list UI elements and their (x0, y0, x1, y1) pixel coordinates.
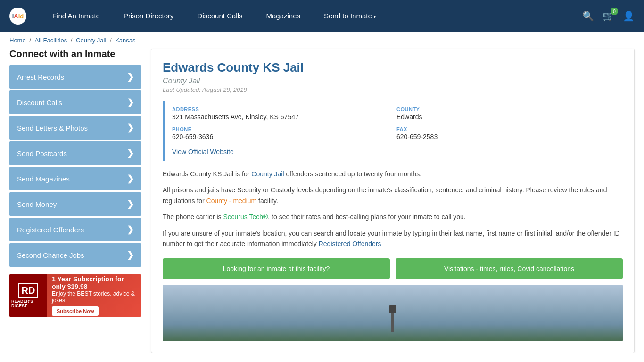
nav-discount-calls[interactable]: Discount Calls (186, 0, 255, 32)
facility-updated: Last Updated: August 29, 2019 (163, 86, 623, 93)
rd-logo: Rd (18, 283, 39, 298)
facility-image (163, 285, 623, 341)
facility-type: County Jail (163, 77, 623, 85)
chevron-right-icon: ❯ (127, 97, 134, 107)
sidebar-item-label: Second Chance Jobs (17, 251, 84, 259)
sidebar-item-arrest-records[interactable]: Arrest Records ❯ (9, 65, 141, 89)
phone-value: 620-659-3636 (172, 133, 391, 140)
sidebar-item-label: Send Letters & Photos (17, 124, 88, 132)
sidebar-item-second-chance-jobs[interactable]: Second Chance Jobs ❯ (9, 243, 141, 267)
county-block: COUNTY Edwards (396, 107, 615, 121)
sidebar-item-discount-calls[interactable]: Discount Calls ❯ (9, 90, 141, 114)
ad-tagline: Enjoy the BEST stories, advice & jokes! (52, 290, 137, 304)
nav-magazines[interactable]: Magazines (254, 0, 312, 32)
cart-badge: 0 (611, 8, 618, 15)
facility-name: Edwards County KS Jail (163, 60, 623, 75)
sidebar-item-label: Send Postcards (17, 149, 67, 157)
view-website-link[interactable]: View Official Website (172, 148, 234, 156)
phone-block: PHONE 620-659-3636 (172, 126, 391, 140)
ad-content: 1 Year Subscription for only $19.98 Enjo… (47, 274, 141, 317)
main-layout: Connect with an Inmate Arrest Records ❯ … (0, 49, 644, 353)
facility-card: Edwards County KS Jail County Jail Last … (151, 49, 635, 353)
sidebar-item-label: Arrest Records (17, 73, 64, 81)
chevron-right-icon: ❯ (127, 148, 134, 158)
sidebar-menu: Arrest Records ❯ Discount Calls ❯ Send L… (9, 65, 141, 267)
desc-para-4: If you are unsure of your inmate's locat… (163, 228, 623, 249)
registered-offenders-link[interactable]: Registered Offenders (319, 240, 381, 247)
chevron-right-icon: ❯ (127, 250, 134, 260)
county-label: COUNTY (396, 107, 615, 112)
sidebar-item-send-magazines[interactable]: Send Magazines ❯ (9, 167, 141, 190)
sidebar-item-label: Send Magazines (17, 175, 70, 183)
sidebar-item-label: Registered Offenders (17, 226, 84, 234)
breadcrumb: Home / All Facilities / County Jail / Ka… (0, 32, 644, 49)
breadcrumb-all-facilities[interactable]: All Facilities (35, 37, 67, 44)
county-medium-link[interactable]: County - medium (206, 197, 257, 205)
ad-brand-left: Rd READER'S DIGEST (9, 274, 47, 317)
logo-icon: iAid (9, 8, 26, 25)
address-value: 321 Massachusetts Ave, Kinsley, KS 67547 (172, 113, 391, 121)
find-inmate-button[interactable]: Looking for an inmate at this facility? (163, 258, 390, 279)
chevron-right-icon: ❯ (127, 199, 134, 209)
facility-info-grid: ADDRESS 321 Massachusetts Ave, Kinsley, … (163, 101, 623, 161)
breadcrumb-county-jail[interactable]: County Jail (76, 37, 106, 44)
sidebar-item-send-money[interactable]: Send Money ❯ (9, 192, 141, 216)
nav-send-to-inmate[interactable]: Send to Inmate (312, 0, 388, 33)
fax-block: FAX 620-659-2583 (396, 126, 615, 140)
breadcrumb-sep-3: / (110, 37, 113, 44)
description-area: Edwards County KS Jail is for County Jai… (163, 169, 623, 249)
address-label: ADDRESS (172, 107, 391, 112)
county-value: Edwards (396, 113, 615, 121)
breadcrumb-sep-1: / (29, 37, 33, 44)
search-icon[interactable]: 🔍 (582, 10, 594, 22)
chevron-right-icon: ❯ (127, 224, 134, 235)
logo-area[interactable]: iAid (9, 8, 26, 25)
sidebar-item-label: Discount Calls (17, 99, 62, 107)
sidebar-item-send-postcards[interactable]: Send Postcards ❯ (9, 141, 141, 165)
ad-subscribe-button[interactable]: Subscribe Now (52, 306, 99, 316)
ad-offer: 1 Year Subscription for only $19.98 (52, 275, 137, 290)
chevron-right-icon: ❯ (127, 72, 134, 82)
sidebar: Connect with an Inmate Arrest Records ❯ … (9, 49, 141, 353)
desc-para-3: The phone carrier is Securus Tech®, to s… (163, 212, 623, 222)
breadcrumb-kansas[interactable]: Kansas (115, 37, 135, 44)
sidebar-title: Connect with an Inmate (9, 49, 141, 59)
main-nav: Find An Inmate Prison Directory Discount… (41, 0, 582, 33)
ad-brand-name: READER'S DIGEST (11, 299, 45, 308)
securus-tech-link[interactable]: Securus Tech® (223, 213, 268, 221)
county-jail-link-1[interactable]: County Jail (251, 170, 284, 178)
desc-para-1: Edwards County KS Jail is for County Jai… (163, 169, 623, 179)
breadcrumb-home[interactable]: Home (9, 37, 26, 44)
visitations-button[interactable]: Visitations - times, rules, Covid cancel… (396, 258, 623, 279)
sidebar-item-send-letters[interactable]: Send Letters & Photos ❯ (9, 116, 141, 140)
sidebar-item-label: Send Money (17, 200, 57, 208)
sidebar-item-registered-offenders[interactable]: Registered Offenders ❯ (9, 218, 141, 241)
user-icon[interactable]: 👤 (623, 10, 635, 22)
action-buttons: Looking for an inmate at this facility? … (163, 258, 623, 279)
header-icons: 🔍 🛒 0 👤 (582, 10, 635, 22)
phone-label: PHONE (172, 126, 391, 132)
breadcrumb-sep-2: / (71, 37, 74, 44)
sidebar-ad: Rd READER'S DIGEST 1 Year Subscription f… (9, 274, 141, 317)
address-block: ADDRESS 321 Massachusetts Ave, Kinsley, … (172, 107, 391, 121)
nav-prison-directory[interactable]: Prison Directory (112, 0, 186, 32)
header: iAid Find An Inmate Prison Directory Dis… (0, 0, 644, 32)
nav-find-inmate[interactable]: Find An Inmate (41, 0, 112, 32)
chevron-right-icon: ❯ (127, 173, 134, 184)
cart-icon[interactable]: 🛒 0 (603, 10, 614, 22)
fax-value: 620-659-2583 (396, 133, 615, 140)
content-area: Edwards County KS Jail County Jail Last … (151, 49, 635, 353)
fax-label: FAX (396, 126, 615, 132)
website-block: View Official Website (172, 146, 615, 156)
chevron-right-icon: ❯ (127, 123, 134, 133)
desc-para-2: All prisons and jails have Security or C… (163, 185, 623, 206)
